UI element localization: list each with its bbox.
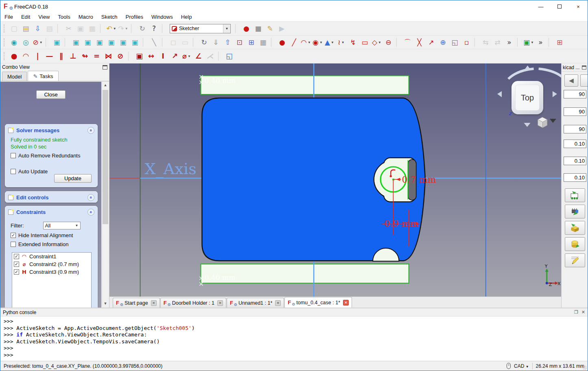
scroll-down-icon[interactable]: ▼ <box>102 300 109 307</box>
workbench-selector[interactable]: Sketcher ▼ <box>170 24 231 33</box>
view-axonometric-button[interactable]: ▣ <box>51 37 62 48</box>
menu-macro[interactable]: Macro <box>74 13 97 22</box>
constrain-vertical-button[interactable]: | <box>32 51 43 62</box>
python-console-body[interactable]: >>> >>> ActiveSketch = App.ActiveDocumen… <box>0 316 588 360</box>
nav-style-selector[interactable]: CAD ▼ <box>514 363 529 369</box>
doc-tab-4[interactable]: F⚙tomu_0.4_case : 1*✕ <box>284 297 352 308</box>
menu-tools[interactable]: Tools <box>54 13 74 22</box>
constrain-block-button[interactable]: ⊘ <box>115 51 126 62</box>
maximize-button[interactable] <box>550 0 569 13</box>
create-polyline-button[interactable]: ↯ <box>348 37 358 48</box>
draw-style-button[interactable]: ⊘▼ <box>32 37 43 48</box>
checkbox-icon[interactable]: ✓ <box>11 233 16 238</box>
collapse-chevron-icon[interactable]: « <box>87 194 94 201</box>
dock-field-4[interactable] <box>564 140 586 148</box>
dock-field-6[interactable] <box>564 173 586 182</box>
view-left-button[interactable]: ▣ <box>129 37 140 48</box>
switch-virtual-space-button[interactable]: ⊞ <box>554 37 565 48</box>
tab-model[interactable]: Model <box>2 72 27 81</box>
sketch-map-button[interactable]: ⊞ <box>246 37 257 48</box>
menu-file[interactable]: File <box>0 13 17 22</box>
paste-button[interactable]: ▦ <box>87 23 98 34</box>
nav-mini-cube[interactable] <box>538 117 547 128</box>
constraint-filter-select[interactable]: All ▼ <box>43 222 81 229</box>
toolbar-overflow-2-button[interactable]: » <box>535 37 546 48</box>
constrain-radius-button[interactable]: ⌀▼ <box>181 51 192 62</box>
constrain-distance-button[interactable]: ↗ <box>169 51 180 62</box>
macro-record-button[interactable]: ● <box>241 23 252 34</box>
constrain-symmetric-button[interactable]: ⋈ <box>103 51 114 62</box>
database-button[interactable] <box>565 237 585 251</box>
auto-update-checkbox[interactable]: Auto Update <box>11 168 97 175</box>
navigation-cube[interactable]: Top <box>511 81 543 114</box>
undo-dropdown-arrow[interactable]: ▼ <box>113 27 116 31</box>
sketch-merge-button[interactable]: ⇧ <box>222 37 233 48</box>
float-panel-icon[interactable] <box>103 65 107 70</box>
macro-stop-button[interactable]: ■ <box>253 23 264 34</box>
view-right-button[interactable]: ▣ <box>94 37 105 48</box>
extended-information-checkbox[interactable]: Extended Information <box>11 241 97 247</box>
view-rear-button[interactable]: ▣ <box>106 37 117 48</box>
constraint-list-item[interactable]: ✓HConstraint3 (0.9 mm) <box>12 268 91 276</box>
dock-field-1[interactable] <box>564 90 586 98</box>
create-polygon-dropdown-arrow[interactable]: ▼ <box>378 41 381 44</box>
checkbox-icon[interactable]: ✓ <box>14 254 19 259</box>
menu-sketch[interactable]: Sketch <box>97 13 122 22</box>
constrain-radius-dropdown-arrow[interactable]: ▼ <box>188 55 191 58</box>
doc-tab-close-icon[interactable]: ✕ <box>217 300 223 306</box>
menu-windows[interactable]: Windows <box>147 13 177 22</box>
part-tool-2-button[interactable]: ▭ <box>179 37 190 48</box>
doc-tab-1[interactable]: F⚙Start page✕ <box>113 298 160 308</box>
constrain-perpendicular-button[interactable]: ⊥ <box>68 51 79 62</box>
create-conic-dropdown-arrow[interactable]: ▼ <box>331 41 334 44</box>
collapse-chevron-icon[interactable]: « <box>87 127 94 134</box>
auto-remove-redundants-checkbox[interactable]: Auto Remove Redundants <box>11 153 97 159</box>
redo-dropdown-arrow[interactable]: ▼ <box>125 27 128 31</box>
create-rectangle-button[interactable]: ▭ <box>359 37 370 48</box>
constrain-snell-button[interactable]: ⋌ <box>205 51 216 62</box>
toolbar-grip[interactable] <box>4 24 6 33</box>
create-circle-button[interactable]: ◉▼ <box>312 37 323 48</box>
panel-scrollbar[interactable]: ▲ ▼ <box>102 82 109 307</box>
macro-edit-button[interactable]: ✎ <box>264 23 275 34</box>
doc-tab-close-icon[interactable]: ✕ <box>151 300 157 306</box>
toolbar-grip[interactable] <box>4 38 6 46</box>
sketch-reorient-button[interactable]: ↻ <box>199 37 210 48</box>
sketch-gray-button[interactable]: ▦ <box>258 37 269 48</box>
update-button[interactable]: Update <box>54 174 92 183</box>
create-arc-button[interactable]: ◠▼ <box>300 37 311 48</box>
menu-profiles[interactable]: Profiles <box>122 13 147 22</box>
view-front-button[interactable]: ▣ <box>70 37 81 48</box>
fit-selection-button[interactable]: ◎ <box>20 37 31 48</box>
collapse-chevron-icon[interactable]: « <box>87 209 94 216</box>
create-conic-button[interactable]: ▲▼ <box>324 37 335 48</box>
x-axis-label[interactable]: X_Axis <box>145 160 197 178</box>
select-elements-button[interactable]: ▫ <box>461 37 472 48</box>
menu-edit[interactable]: Edit <box>17 13 34 22</box>
redo-button[interactable]: ↷▼ <box>118 23 129 34</box>
create-polygon-button[interactable]: ◇▼ <box>371 37 382 48</box>
extend-edge-button[interactable]: ↗ <box>426 37 437 48</box>
measure-distance-button[interactable]: ╲ <box>149 37 160 48</box>
face-from-sketch-dropdown-arrow[interactable]: ▼ <box>531 41 534 44</box>
dock-field-2[interactable] <box>564 107 586 116</box>
create-slot-button[interactable]: ⊖ <box>383 37 394 48</box>
back-button[interactable]: ◀ <box>564 74 578 87</box>
external-geometry-button[interactable]: ⊕ <box>437 37 448 48</box>
tab-tasks[interactable]: ✎ Tasks <box>28 71 58 81</box>
refresh-button[interactable]: ↻ <box>137 23 148 34</box>
doc-tab-close-icon[interactable]: ✕ <box>343 300 349 306</box>
checkbox-icon[interactable] <box>11 169 16 174</box>
toolbar-overflow-1-button[interactable]: » <box>504 37 515 48</box>
merge-sketches-button[interactable]: ⇆ <box>480 37 491 48</box>
checkbox-icon[interactable] <box>11 153 16 158</box>
view-bottom-button[interactable]: ▣ <box>118 37 129 48</box>
face-from-sketch-button[interactable]: ▣▼ <box>523 37 534 48</box>
chip-button[interactable] <box>565 205 585 218</box>
copy-button[interactable]: ▣ <box>75 23 86 34</box>
draw-style-dropdown-arrow[interactable]: ▼ <box>39 41 43 44</box>
carbon-copy-button[interactable]: ◱ <box>449 37 460 48</box>
undo-button[interactable]: ↶▼ <box>106 23 117 34</box>
hide-internal-alignment-checkbox[interactable]: ✓ Hide Internal Alignment <box>11 232 97 238</box>
close-console-icon[interactable]: ✕ <box>581 310 585 315</box>
